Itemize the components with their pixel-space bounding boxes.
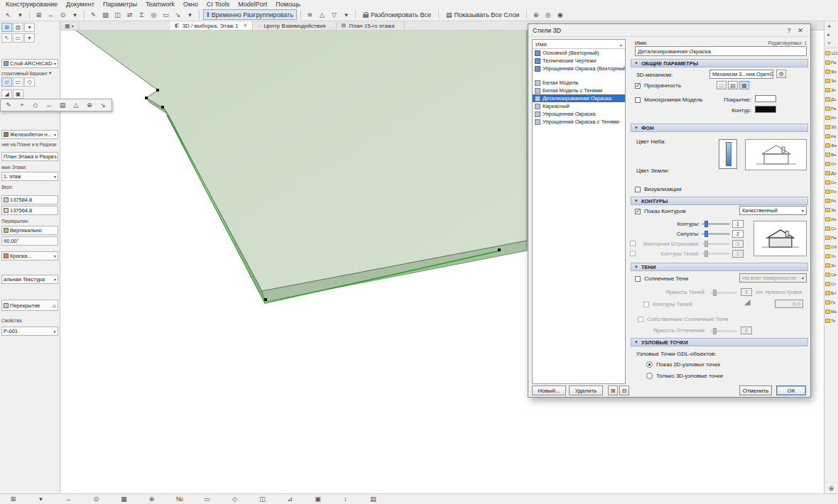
angle-field[interactable]: 90,00° — [1, 236, 58, 246]
navigator-item[interactable]: До — [825, 94, 838, 104]
tab-overview-icon[interactable]: ▦ — [65, 23, 70, 29]
navigator-item[interactable]: Эк — [825, 205, 838, 214]
monochrome-checkbox[interactable] — [635, 97, 641, 103]
sum-icon[interactable]: Σ — [136, 9, 147, 20]
sun-surface-dropdown[interactable]: На всех поверхностях ▾ — [739, 273, 807, 283]
section-contours[interactable]: ▼ КОНТУРЫ — [631, 197, 808, 205]
style-list-item[interactable]: Упрощенная Окраска — [533, 110, 625, 118]
menu-icon[interactable]: ≡ — [826, 39, 832, 47]
slider-track[interactable] — [710, 292, 737, 294]
selection-handle[interactable] — [264, 298, 267, 301]
section-general[interactable]: ▼ ОБЩИЕ ПАРАМЕТРЫ — [631, 59, 808, 67]
style-list-item[interactable]: Детализированная Окраска — [533, 94, 625, 102]
gravity-down-icon[interactable]: ▽ — [329, 9, 339, 20]
center-icon[interactable]: ⊕ — [530, 9, 541, 20]
geometry-polygon-icon[interactable]: ▱ — [1, 77, 12, 87]
navigator-item[interactable]: 3D — [825, 122, 838, 131]
view-tab[interactable]: ▤ План 15-го этажа — [337, 21, 406, 30]
caret-icon[interactable]: ▾ — [72, 23, 74, 28]
navigator-item[interactable]: Ре — [825, 196, 838, 205]
slider-thumb[interactable] — [704, 231, 708, 237]
elevation-top-field[interactable]: 137584,8 — [1, 195, 58, 204]
view-tab[interactable]: ◧ 3D / выборка, Этаж 1 ✕ — [170, 21, 253, 30]
navigator-item[interactable]: Уз — [825, 251, 838, 261]
style-list-item[interactable]: Белая Модель с Тенями — [533, 87, 625, 94]
navigator-item[interactable]: Фр — [825, 67, 838, 76]
slider-thumb[interactable] — [704, 241, 708, 247]
navigator-item[interactable]: Бл — [825, 288, 838, 297]
navigator-item[interactable]: Мо — [825, 307, 838, 316]
sheet-icon[interactable]: ▤ — [368, 495, 379, 503]
menu-item[interactable]: Teamwork — [141, 1, 179, 8]
pencil-icon[interactable]: ✎ — [3, 101, 14, 110]
navigator-item[interactable]: Зо — [825, 261, 838, 270]
texture-selector[interactable]: альная Текстура ▾ — [1, 275, 58, 284]
slider-value[interactable]: 2 — [732, 230, 744, 238]
navigator-item[interactable]: Пл — [825, 187, 838, 196]
geometry-slant-icon[interactable]: ◢ — [1, 89, 12, 99]
style-list-item[interactable]: Белая Модель — [533, 79, 625, 87]
navigator-item[interactable]: Сх — [825, 177, 838, 187]
only-3d-nodes-radio[interactable] — [646, 373, 653, 379]
style-list-item[interactable]: Каркасный — [533, 102, 625, 110]
selection-handle[interactable] — [156, 89, 159, 92]
orbit-icon[interactable]: ◎ — [543, 9, 553, 20]
navigator-item[interactable]: Вн — [825, 150, 838, 159]
section-background[interactable]: ▼ ФОН — [631, 124, 808, 132]
menu-item[interactable]: Конструирование — [1, 1, 62, 8]
caret-icon[interactable]: ▾ — [15, 9, 26, 20]
close-icon[interactable]: ✕ — [795, 26, 806, 35]
slider-value[interactable]: 1 — [732, 220, 744, 228]
shadow-contours-value-field[interactable]: 0,0 — [775, 300, 803, 308]
slider-value[interactable]: 1 — [732, 250, 744, 258]
style-name-input[interactable]: Детализированная Окраска — [635, 46, 807, 56]
frame-icon[interactable]: ▭ — [202, 495, 212, 503]
navigator-item[interactable]: Сп — [825, 224, 838, 233]
composite-selector[interactable]: Железобетон н... ▾ — [1, 130, 58, 139]
show-contours-checkbox[interactable] — [635, 209, 641, 214]
style-list-header[interactable]: Имя — [535, 41, 547, 48]
forward-icon[interactable]: ▸ — [826, 31, 832, 38]
split-icon[interactable]: ◫ — [112, 9, 123, 20]
pan-icon[interactable]: ↔ — [45, 9, 56, 20]
selection-handle[interactable] — [498, 248, 501, 251]
contour-color-swatch[interactable] — [755, 106, 776, 113]
engine-settings-gear-icon[interactable]: ⚙ — [776, 70, 786, 78]
layers-icon[interactable]: ▣ — [312, 495, 323, 503]
menu-item[interactable]: Помощь — [271, 1, 305, 8]
visualization-checkbox[interactable] — [635, 187, 641, 192]
caret-icon[interactable]: ▾ — [185, 9, 195, 20]
navigator-item[interactable]: Эл — [825, 76, 838, 85]
surface-color-swatch[interactable] — [755, 95, 776, 102]
navigator-item[interactable]: Ра — [825, 104, 838, 113]
section-nodes[interactable]: ▼ УЗЛОВЫЕ ТОЧКИ — [631, 338, 808, 346]
cancel-button[interactable]: Отменить — [739, 385, 772, 395]
sun-shadows-checkbox[interactable] — [635, 276, 641, 282]
caret-icon[interactable]: ▾ — [341, 9, 352, 20]
move-edge-icon[interactable]: ↔ — [43, 101, 55, 110]
numbering-icon[interactable]: № — [174, 495, 185, 503]
slider-value[interactable]: 0 — [741, 288, 752, 296]
arrows-icon[interactable]: ↕ — [340, 495, 351, 503]
trim-icon[interactable]: ⇄ — [124, 9, 135, 20]
navigator-item[interactable]: Тк — [825, 316, 838, 325]
paint-selector[interactable]: Краска... ▾ — [1, 251, 58, 261]
element-id-field[interactable]: Р-001 ▸ — [1, 327, 58, 336]
layer-selector[interactable]: Слой ARCHICAD ▾ — [1, 59, 58, 68]
edge-angle-selector[interactable]: Вертикально — [1, 226, 58, 235]
split-icon[interactable]: ◫ — [257, 495, 268, 503]
style-list-item[interactable]: Основной (Векторный) — [533, 49, 625, 57]
navigator-item[interactable]: Из — [825, 113, 838, 122]
transparency-mode-icon[interactable]: ▦ — [739, 81, 749, 89]
infobox-list-icon[interactable]: ▥ — [13, 23, 23, 32]
slider-thumb[interactable] — [704, 251, 708, 257]
zoom-icon[interactable]: ⊙ — [58, 9, 68, 20]
target-icon[interactable]: ⊕ — [84, 101, 95, 110]
navigator-item[interactable]: Ка — [825, 131, 838, 141]
grid-icon[interactable]: ⊞ — [8, 495, 18, 503]
marquee-icon[interactable]: ⊞ — [33, 9, 44, 20]
slider-thumb[interactable] — [704, 221, 708, 227]
ok-button[interactable]: ОК — [776, 385, 806, 395]
geometry-rect-icon[interactable]: ▭ — [13, 77, 23, 87]
import-icon[interactable]: ⊞ — [608, 385, 618, 395]
